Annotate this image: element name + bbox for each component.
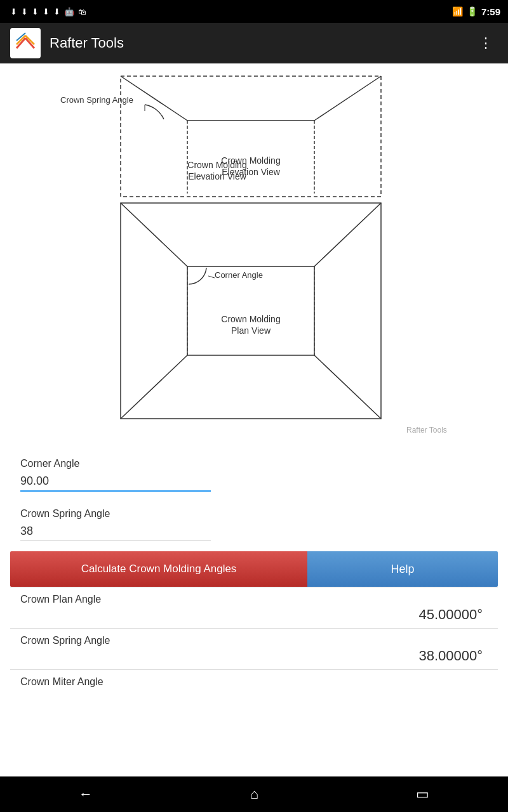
download-icon-4: ⬇: [43, 7, 50, 16]
svg-text:Elevation View: Elevation View: [222, 167, 280, 177]
crown-plan-angle-result-value: 45.00000°: [20, 606, 488, 628]
svg-text:Plan View: Plan View: [231, 325, 271, 336]
corner-angle-input[interactable]: [20, 472, 211, 492]
app-icon: [10, 28, 41, 58]
download-icon-5: ⬇: [53, 7, 60, 16]
download-icon-1: ⬇: [10, 7, 17, 16]
diagram-svg: Crown Spring Angle Crown Molding Elevati…: [51, 70, 457, 438]
svg-text:Crown Spring Angle: Crown Spring Angle: [60, 95, 133, 105]
svg-rect-24: [187, 266, 314, 355]
crown-miter-angle-result-label: Crown Miter Angle: [20, 676, 488, 688]
wifi-icon: 📶: [452, 6, 463, 16]
svg-line-22: [121, 355, 187, 419]
nav-bar: ← ⌂ ▭: [0, 776, 508, 812]
svg-text:Crown Molding: Crown Molding: [221, 155, 280, 166]
download-icon-2: ⬇: [21, 7, 28, 16]
crown-spring-angle-result: Crown Spring Angle 38.00000°: [10, 629, 498, 669]
svg-line-28: [208, 276, 215, 278]
corner-angle-label: Corner Angle: [20, 458, 488, 469]
back-button[interactable]: ←: [64, 781, 108, 808]
svg-text:Crown Molding: Crown Molding: [221, 314, 280, 324]
app-bar: Rafter Tools ⋮: [0, 23, 508, 63]
svg-line-9: [314, 76, 381, 121]
svg-line-20: [121, 203, 187, 266]
crown-miter-angle-result: Crown Miter Angle: [10, 670, 498, 688]
diagram-area: Crown Spring Angle Crown Molding Elevati…: [0, 63, 508, 444]
notification-icon-2: 🛍: [78, 7, 86, 16]
status-notifications: ⬇ ⬇ ⬇ ⬇ ⬇ 🤖 🛍: [8, 7, 447, 16]
notification-icon-1: 🤖: [64, 7, 74, 16]
corner-angle-field-group: Corner Angle: [10, 452, 498, 492]
overflow-menu-button[interactable]: ⋮: [474, 30, 498, 56]
crown-spring-angle-result-value: 38.00000°: [20, 648, 488, 669]
status-system-icons: 📶 🔋 7:59: [452, 6, 500, 17]
home-button[interactable]: ⌂: [235, 781, 274, 808]
svg-rect-7: [121, 76, 381, 197]
form-area: Corner Angle Crown Spring Angle Calculat…: [0, 444, 508, 688]
svg-rect-6: [121, 76, 381, 197]
app-title: Rafter Tools: [50, 35, 465, 51]
svg-text:Rafter Tools: Rafter Tools: [406, 426, 447, 435]
crown-plan-angle-result-label: Crown Plan Angle: [20, 594, 488, 605]
crown-plan-angle-result: Crown Plan Angle 45.00000°: [10, 587, 498, 628]
status-bar: ⬇ ⬇ ⬇ ⬇ ⬇ 🤖 🛍 📶 🔋 7:59: [0, 0, 508, 23]
svg-text:Corner Angle: Corner Angle: [215, 270, 263, 280]
download-icon-3: ⬇: [32, 7, 39, 16]
crown-spring-angle-result-label: Crown Spring Angle: [20, 635, 488, 646]
svg-line-21: [314, 203, 381, 266]
crown-spring-field-group: Crown Spring Angle: [10, 502, 498, 541]
svg-rect-19: [121, 203, 381, 419]
recent-apps-button[interactable]: ▭: [401, 781, 444, 808]
calculate-button[interactable]: Calculate Crown Molding Angles: [10, 551, 307, 587]
crown-spring-angle-label: Crown Spring Angle: [20, 508, 488, 520]
battery-icon: 🔋: [467, 6, 478, 16]
svg-line-23: [314, 355, 381, 419]
crown-spring-angle-input[interactable]: [20, 522, 211, 541]
help-button[interactable]: Help: [307, 551, 498, 587]
status-time: 7:59: [481, 6, 500, 17]
buttons-row: Calculate Crown Molding Angles Help: [10, 551, 498, 587]
